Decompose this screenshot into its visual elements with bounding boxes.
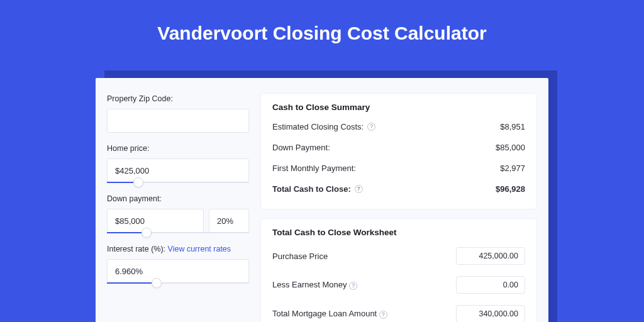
price-slider-thumb[interactable] [133, 177, 143, 187]
price-field: Home price: [107, 144, 249, 183]
total-cash-value: $96,928 [496, 184, 525, 194]
summary-title: Cash to Close Summary [272, 103, 525, 112]
zip-field: Property Zip Code: [107, 94, 249, 133]
ws-row-purchase: Purchase Price [272, 247, 525, 265]
first-payment-value: $2,977 [500, 164, 525, 173]
help-icon[interactable] [349, 282, 357, 290]
down-field: Down payment: [107, 194, 249, 233]
summary-row-down: Down Payment: $85,000 [272, 143, 525, 152]
total-cash-label: Total Cash to Close: [272, 184, 351, 194]
earnest-label: Less Earnest Money [272, 280, 347, 289]
summary-row-total: Total Cash to Close: $96,928 [272, 184, 525, 194]
down-label: Down payment: [107, 194, 249, 203]
zip-input[interactable] [107, 109, 249, 133]
rate-slider[interactable] [107, 282, 249, 284]
first-payment-label: First Monthly Payment: [272, 164, 356, 173]
down-pct-input[interactable] [209, 209, 249, 233]
down-slider[interactable] [107, 232, 249, 233]
ws-row-earnest: Less Earnest Money [272, 276, 525, 294]
earnest-input[interactable] [456, 276, 525, 294]
rate-input[interactable] [107, 259, 249, 283]
calculator-card: Property Zip Code: Home price: Down paym… [96, 78, 548, 322]
price-label: Home price: [107, 144, 249, 153]
view-rates-link[interactable]: View current rates [168, 245, 231, 253]
purchase-input[interactable] [456, 247, 525, 265]
down-summary-label: Down Payment: [272, 143, 330, 152]
rate-slider-thumb[interactable] [152, 278, 162, 288]
worksheet-panel: Total Cash to Close Worksheet Purchase P… [260, 218, 537, 322]
worksheet-title: Total Cash to Close Worksheet [272, 228, 525, 237]
closing-value: $8,951 [500, 122, 525, 131]
ws-row-loan: Total Mortgage Loan Amount [272, 305, 525, 322]
down-input[interactable] [107, 209, 204, 233]
summary-row-closing: Estimated Closing Costs: $8,951 [272, 122, 525, 131]
down-summary-value: $85,000 [496, 143, 525, 152]
help-icon[interactable] [355, 185, 363, 193]
purchase-label: Purchase Price [272, 252, 328, 261]
loan-label: Total Mortgage Loan Amount [272, 309, 377, 318]
down-slider-thumb[interactable] [142, 228, 152, 238]
inputs-column: Property Zip Code: Home price: Down paym… [107, 93, 249, 322]
help-icon[interactable] [379, 311, 387, 319]
loan-input[interactable] [456, 305, 525, 322]
closing-label: Estimated Closing Costs: [272, 122, 364, 131]
summary-row-first: First Monthly Payment: $2,977 [272, 164, 525, 173]
zip-label: Property Zip Code: [107, 94, 249, 103]
rate-label: Interest rate (%): View current rates [107, 245, 249, 253]
help-icon[interactable] [367, 123, 375, 131]
results-column: Cash to Close Summary Estimated Closing … [260, 93, 537, 322]
rate-field: Interest rate (%): View current rates [107, 245, 249, 284]
page-title: Vandervoort Closing Cost Calculator [0, 0, 644, 58]
summary-panel: Cash to Close Summary Estimated Closing … [260, 93, 537, 209]
price-input[interactable] [107, 158, 249, 182]
price-slider[interactable] [107, 182, 249, 183]
